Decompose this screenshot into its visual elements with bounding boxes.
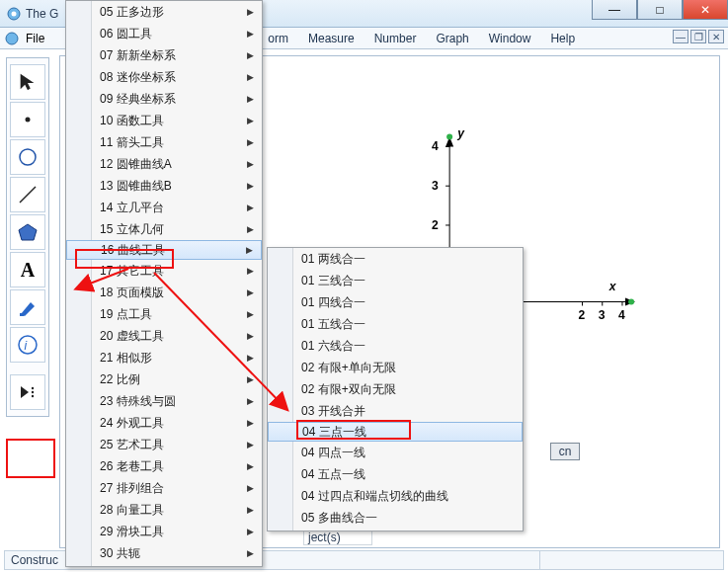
menu-item-label: 15 立体几何 bbox=[100, 221, 164, 238]
menu-item[interactable]: 18 页面模版▶ bbox=[66, 282, 262, 303]
maximize-button[interactable]: □ bbox=[637, 0, 683, 20]
menu-item[interactable]: Measure bbox=[304, 30, 359, 47]
menu-item[interactable]: 30 共轭▶ bbox=[66, 542, 262, 564]
menu-item-label: 26 老巷工具 bbox=[100, 458, 164, 475]
menu-item-label: 30 共轭 bbox=[100, 545, 140, 562]
menu-item[interactable]: 12 圆锥曲线A▶ bbox=[66, 153, 262, 175]
menu-item[interactable]: 26 老巷工具▶ bbox=[66, 455, 262, 477]
doc-icon bbox=[4, 31, 20, 46]
menu-item[interactable]: 01 四线合一 bbox=[268, 291, 523, 313]
tool-text[interactable]: A bbox=[10, 252, 45, 287]
menu-item-label: 01 两线合一 bbox=[301, 251, 365, 268]
menu-item[interactable]: 01 三线合一 bbox=[268, 270, 523, 291]
close-button[interactable]: ✕ bbox=[683, 0, 728, 20]
toolbar-sep bbox=[10, 365, 45, 372]
menu-file[interactable]: File bbox=[26, 32, 44, 45]
svg-text:3: 3 bbox=[599, 308, 606, 322]
menu-item[interactable]: 28 向量工具▶ bbox=[66, 499, 262, 521]
submenu-arrow-icon: ▶ bbox=[247, 461, 254, 471]
menu-item-label: 18 页面模版 bbox=[100, 285, 164, 301]
menu-item[interactable]: 15 立体几何▶ bbox=[66, 218, 262, 240]
menu-item[interactable]: 06 圆工具▶ bbox=[66, 23, 262, 44]
menu-item[interactable]: 02 有限+双向无限 bbox=[268, 378, 523, 400]
menu-item[interactable]: 01 两线合一 bbox=[268, 248, 523, 270]
submenu-arrow-icon: ▶ bbox=[246, 245, 253, 255]
menu-item[interactable]: 01 五线合一 bbox=[268, 313, 523, 335]
submenu-arrow-icon: ▶ bbox=[247, 548, 254, 558]
menu-item-label: 04 过四点和端点切线的曲线 bbox=[301, 488, 448, 505]
menu-item[interactable]: 01 六线合一 bbox=[268, 335, 523, 357]
menu-item[interactable]: 22 比例▶ bbox=[66, 368, 262, 390]
menu-item-label: 25 艺术工具 bbox=[100, 437, 164, 453]
menu-item-label: 19 点工具 bbox=[100, 306, 152, 323]
menu-item-label: 10 函数工具 bbox=[100, 113, 164, 129]
tool-line[interactable] bbox=[10, 177, 45, 212]
submenu-arrow-icon: ▶ bbox=[247, 94, 254, 104]
tool-info[interactable]: i bbox=[10, 327, 45, 363]
menu-item[interactable]: 14 立几平台▶ bbox=[66, 197, 262, 218]
menu-item-label: 13 圆锥曲线B bbox=[100, 178, 172, 195]
menu-item-label: 01 三线合一 bbox=[301, 273, 365, 289]
menu-item[interactable]: 16 曲线工具▶ bbox=[66, 240, 262, 260]
svg-point-8 bbox=[19, 336, 37, 354]
submenu-arrow-icon: ▶ bbox=[247, 287, 254, 297]
menu-item-label: 08 迷你坐标系 bbox=[100, 69, 176, 86]
svg-rect-7 bbox=[20, 313, 24, 316]
menu-item[interactable]: 09 经典坐标系▶ bbox=[66, 88, 262, 110]
svg-text:2: 2 bbox=[432, 218, 439, 232]
minimize-button[interactable]: — bbox=[592, 0, 637, 20]
menu-item[interactable]: 21 相似形▶ bbox=[66, 347, 262, 368]
menu-item[interactable]: Graph bbox=[432, 30, 472, 47]
curve-tools-submenu: 01 两线合一01 三线合一01 四线合一01 五线合一01 六线合一02 有限… bbox=[267, 247, 524, 531]
menu-item[interactable]: 03 开线合并 bbox=[268, 400, 523, 422]
menu-item[interactable]: 04 五点一线 bbox=[268, 463, 523, 485]
menu-item[interactable]: 20 虚线工具▶ bbox=[66, 325, 262, 347]
mdi-restore[interactable]: ❐ bbox=[690, 30, 706, 43]
menu-item[interactable]: Number bbox=[370, 30, 421, 47]
menu-item[interactable]: 17 其它工具▶ bbox=[66, 260, 262, 282]
tool-point[interactable] bbox=[10, 102, 45, 137]
svg-point-31 bbox=[446, 134, 452, 140]
svg-point-2 bbox=[6, 33, 18, 44]
menu-item[interactable]: 27 排列组合▶ bbox=[66, 477, 262, 499]
menu-item[interactable]: 04 三点一线 bbox=[268, 422, 523, 442]
menu-item[interactable]: 07 新新坐标系▶ bbox=[66, 44, 262, 66]
menu-item[interactable]: 29 滑块工具▶ bbox=[66, 521, 262, 542]
svg-point-12 bbox=[32, 395, 34, 397]
mdi-buttons: — ❐ ✕ bbox=[673, 30, 724, 43]
menu-item[interactable]: 10 函数工具▶ bbox=[66, 110, 262, 131]
status-cell bbox=[539, 551, 717, 569]
projects-label: ject(s) bbox=[303, 530, 372, 545]
menu-item[interactable]: orm bbox=[264, 30, 292, 47]
menu-item[interactable]: 23 特殊线与圆▶ bbox=[66, 390, 262, 412]
menu-item[interactable]: 04 过四点和端点切线的曲线 bbox=[268, 485, 523, 507]
menu-item[interactable]: Window bbox=[485, 30, 535, 47]
tool-marker[interactable] bbox=[10, 289, 45, 325]
menu-item[interactable]: 04 四点一线 bbox=[268, 442, 523, 463]
menu-item[interactable]: 08 迷你坐标系▶ bbox=[66, 66, 262, 88]
menu-item[interactable]: 05 多曲线合一 bbox=[268, 507, 523, 529]
menu-item[interactable]: 13 圆锥曲线B▶ bbox=[66, 175, 262, 197]
tool-selection[interactable] bbox=[10, 64, 45, 100]
menu-item[interactable]: Help bbox=[546, 30, 579, 47]
left-toolbar: A i bbox=[6, 57, 49, 417]
window-buttons: — □ ✕ bbox=[592, 0, 728, 20]
mdi-close[interactable]: ✕ bbox=[708, 30, 724, 43]
menu-item[interactable]: 11 箭头工具▶ bbox=[66, 131, 262, 153]
tool-circle[interactable] bbox=[10, 139, 45, 175]
menu-item-label: 02 有限+单向无限 bbox=[301, 360, 396, 376]
menu-item-label: 05 多曲线合一 bbox=[301, 510, 377, 527]
submenu-arrow-icon: ▶ bbox=[247, 137, 254, 147]
menu-item-label: 03 开线合并 bbox=[301, 403, 365, 420]
tool-polygon[interactable] bbox=[10, 214, 45, 250]
menu-item[interactable]: 02 有限+单向无限 bbox=[268, 357, 523, 378]
menu-item-label: 27 排列组合 bbox=[100, 480, 164, 497]
submenu-arrow-icon: ▶ bbox=[247, 159, 254, 169]
menu-item[interactable]: 24 外观工具▶ bbox=[66, 412, 262, 434]
menu-item[interactable]: 19 点工具▶ bbox=[66, 303, 262, 325]
menu-item[interactable]: 25 艺术工具▶ bbox=[66, 434, 262, 455]
mdi-minimize[interactable]: — bbox=[673, 30, 688, 43]
menu-item[interactable]: 05 正多边形▶ bbox=[66, 1, 262, 23]
tool-custom[interactable] bbox=[10, 374, 45, 410]
svg-point-4 bbox=[20, 149, 36, 165]
